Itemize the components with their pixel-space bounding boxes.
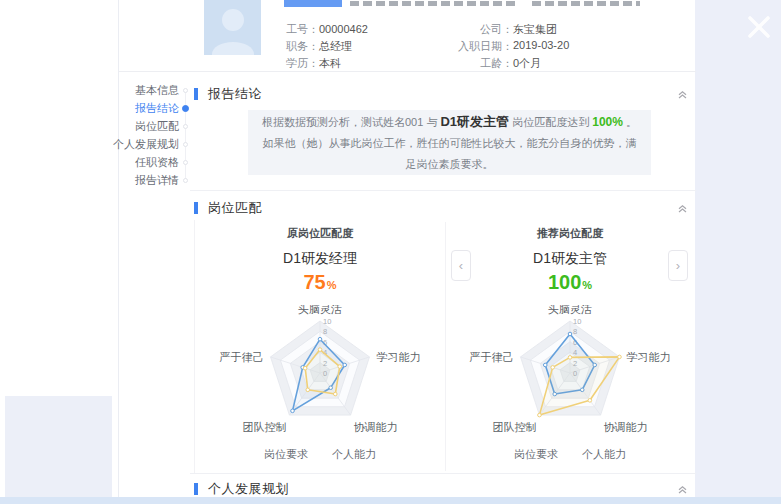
info-field-company: 公司：东宝集团 [429,22,659,37]
nav-dot-icon [183,142,188,147]
svg-text:10: 10 [323,317,331,326]
svg-text:10: 10 [573,317,581,326]
sidebar-item-report-conclusion[interactable]: 报告结论 [135,99,179,117]
chevron-left-icon: ‹ [459,258,463,273]
sidebar-item-label: 报告详情 [135,174,179,186]
field-label: 工号： [286,23,319,35]
svg-text:严于律己: 严于律己 [470,351,514,363]
job-name: D1研发经理 [195,250,445,268]
sidebar-item-development-plan[interactable]: 个人发展规划 [113,135,179,153]
section-bullet [194,88,198,100]
legend-item-requirement: 岗位要求 [514,447,558,462]
chevron-double-up-icon[interactable] [677,89,688,100]
svg-text:协调能力: 协调能力 [604,421,648,433]
sidebar-item-job-match[interactable]: 岗位匹配 [135,117,179,135]
svg-text:团队控制: 团队控制 [242,421,286,433]
left-background-column [0,0,118,497]
carousel-next-button[interactable]: › [668,250,688,281]
percent-value: 100 [548,271,581,294]
carousel-prev-button[interactable]: ‹ [451,250,471,281]
percent-value: 75 [303,271,325,294]
svg-text:学习能力: 学习能力 [376,351,420,363]
legend-item-requirement: 岗位要求 [264,447,308,462]
conclusion-text-box: 根据数据预测分析，测试姓名001 与 D1研发主管 岗位匹配度达到 100% 。… [248,110,651,175]
svg-text:严于律己: 严于律己 [220,351,264,363]
field-value: 00000462 [319,23,368,35]
sidebar-item-label: 任职资格 [135,156,179,168]
field-label: 学历： [286,57,319,69]
section-title: 报告结论 [208,85,262,103]
title-text-fragment [350,1,518,6]
sidebar-item-basic-info[interactable]: 基本信息 [135,81,179,99]
field-label: 职务： [286,40,319,52]
section-title: 岗位匹配 [208,199,262,217]
section-bullet [194,202,198,214]
conclusion-text: 根据数据预测分析，测试姓名001 与 D1研发主管 岗位匹配度达到 100% 。… [262,111,637,175]
conclusion-percent: 100% [592,115,623,129]
svg-text:头脑灵活: 头脑灵活 [548,305,592,315]
title-highlight-fragment [284,0,342,7]
section-header-job-match: 岗位匹配 [194,200,696,216]
report-card: 工号：00000462 职务：总经理 学历：本科 公司：东宝集团 入职日期：20… [118,0,695,497]
section-nav: 基本信息 报告结论 岗位匹配 个人发展规划 任职资格 报告详情 [119,81,194,189]
sidebar-item-report-detail[interactable]: 报告详情 [135,171,179,189]
panel-title: 推荐岗位配度 [445,226,695,241]
sidebar-item-qualification[interactable]: 任职资格 [135,153,179,171]
field-label: 公司： [429,22,513,37]
sidebar-item-label: 岗位匹配 [135,120,179,132]
divider [190,473,696,474]
svg-text:头脑灵活: 头脑灵活 [298,305,342,315]
field-value: 总经理 [319,40,352,52]
chevron-double-up-icon[interactable] [677,484,688,495]
conclusion-text-part: 根据数据预测分析，测试姓名001 与 [262,116,440,128]
divider [119,71,696,72]
info-field-position: 职务：总经理 [286,39,352,54]
nav-dot-icon [183,124,188,129]
svg-text:团队控制: 团队控制 [492,421,536,433]
chart-legend: 岗位要求 个人能力 [195,447,445,462]
match-percent: 75 % [195,271,445,294]
conclusion-text-part: 岗位匹配度达到 [509,116,592,128]
field-value: 本科 [319,57,341,69]
nav-dot-icon [183,88,188,93]
conclusion-job-name: D1研发主管 [440,114,509,129]
info-field-hire-date: 入职日期：2019-03-20 [429,39,659,54]
section-header-conclusion: 报告结论 [194,86,696,102]
close-icon[interactable] [742,10,776,44]
divider [190,190,696,191]
avatar [204,0,261,55]
title-text-fragment [532,1,640,6]
svg-text:8: 8 [573,327,577,336]
sidebar-item-label: 基本信息 [135,84,179,96]
panel-title: 原岗位匹配度 [195,226,445,241]
report-modal-page: 工号：00000462 职务：总经理 学历：本科 公司：东宝集团 入职日期：20… [0,0,781,504]
legend-item-ability: 个人能力 [582,447,626,462]
sidebar-item-label: 报告结论 [135,102,179,114]
field-value: 0个月 [513,56,541,71]
percent-unit: % [582,279,592,291]
chevron-right-icon: › [676,258,680,273]
sidebar-item-label: 个人发展规划 [113,138,179,150]
match-percent: 100 % [445,271,695,294]
report-content: 报告结论 根据数据预测分析，测试姓名001 与 D1研发主管 岗位匹配度达到 1… [194,80,696,497]
percent-unit: % [327,279,337,291]
section-title: 个人发展规划 [208,480,289,498]
job-name: D1研发主管 [445,250,695,268]
info-field-employee-id: 工号：00000462 [286,22,368,37]
chart-legend: 岗位要求 个人能力 [445,447,695,462]
field-label: 入职日期： [429,39,513,54]
radar-chart-recommended: 1086420头脑灵活学习能力协调能力团队控制严于律己 [445,305,695,455]
info-field-education: 学历：本科 [286,56,341,71]
avatar-body-shape [212,42,254,55]
match-panel-original: 原岗位匹配度 D1研发经理 75 % 1086420头脑灵活学习能力协调能力团队… [195,220,445,473]
field-label: 工龄： [429,56,513,71]
chevron-double-up-icon[interactable] [677,203,688,214]
clipped-title [284,0,674,8]
nav-dot-icon [183,178,188,183]
info-field-tenure: 工龄：0个月 [429,56,659,71]
section-header-development: 个人发展规划 [194,481,696,497]
nav-dot-icon [182,105,189,112]
underlay-panel [5,396,112,497]
legend-item-ability: 个人能力 [332,447,376,462]
match-charts-area: 原岗位匹配度 D1研发经理 75 % 1086420头脑灵活学习能力协调能力团队… [194,220,694,473]
